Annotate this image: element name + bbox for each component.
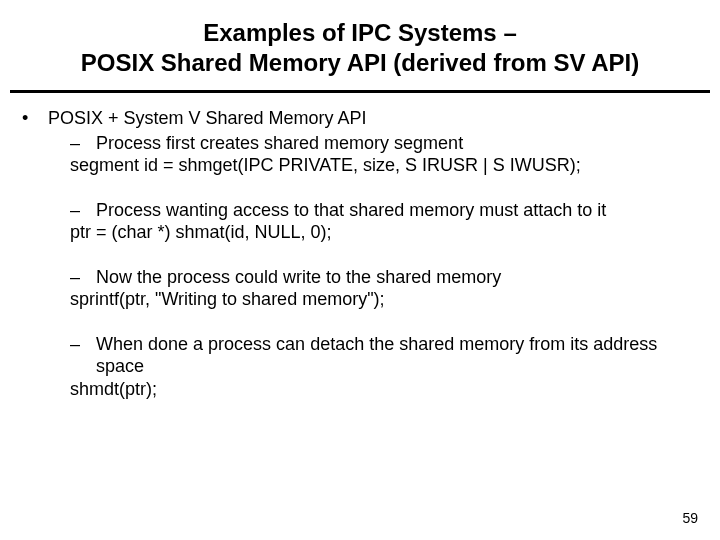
sub-bullet-text: Process wanting access to that shared me…	[96, 199, 606, 222]
bullet-level2: – Now the process could write to the sha…	[22, 266, 698, 289]
title-line-2: POSIX Shared Memory API (derived from SV…	[20, 48, 700, 78]
dash-icon: –	[70, 333, 96, 378]
sub-bullet-text: When done a process can detach the share…	[96, 333, 698, 378]
sub-bullet-text: Now the process could write to the share…	[96, 266, 501, 289]
slide-body: • POSIX + System V Shared Memory API – P…	[0, 107, 720, 400]
code-line: ptr = (char *) shmat(id, NULL, 0);	[22, 221, 698, 244]
code-line: shmdt(ptr);	[22, 378, 698, 401]
dash-icon: –	[70, 199, 96, 222]
slide-title: Examples of IPC Systems – POSIX Shared M…	[0, 0, 720, 90]
dash-icon: –	[70, 132, 96, 155]
bullet-level1: • POSIX + System V Shared Memory API	[22, 107, 698, 130]
bullet-dot-icon: •	[22, 107, 48, 130]
code-line: segment id = shmget(IPC PRIVATE, size, S…	[22, 154, 698, 177]
title-divider	[10, 90, 710, 93]
bullet-level2: – Process first creates shared memory se…	[22, 132, 698, 155]
bullet-level2: – Process wanting access to that shared …	[22, 199, 698, 222]
bullet-level2: – When done a process can detach the sha…	[22, 333, 698, 378]
sub-bullet-text: Process first creates shared memory segm…	[96, 132, 463, 155]
bullet-text: POSIX + System V Shared Memory API	[48, 107, 367, 130]
page-number: 59	[682, 510, 698, 526]
title-line-1: Examples of IPC Systems –	[20, 18, 700, 48]
code-line: sprintf(ptr, "Writing to shared memory")…	[22, 288, 698, 311]
dash-icon: –	[70, 266, 96, 289]
